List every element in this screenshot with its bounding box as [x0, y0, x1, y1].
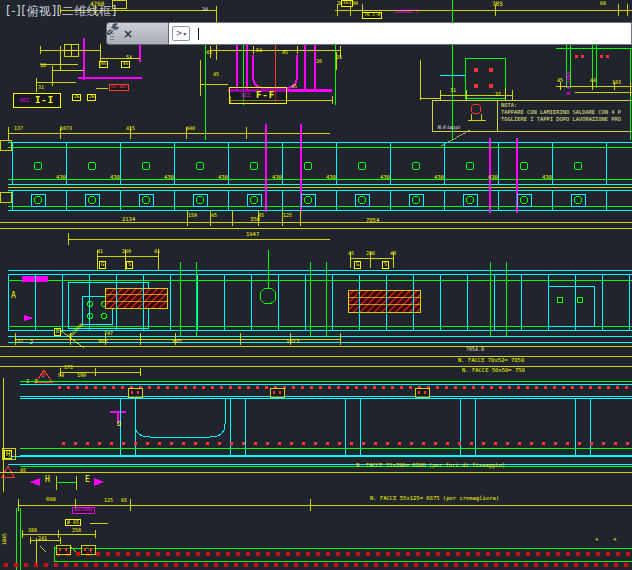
section-ii-detail [36, 38, 142, 92]
command-input[interactable]: > ▾ [169, 22, 632, 45]
chevron-down-icon: ▾ [183, 31, 186, 37]
recent-commands-button[interactable]: > ▾ [172, 26, 190, 41]
section-label-ff: SEZ. F-F [229, 87, 287, 104]
nota-line: TAPPARE CON LAMIERINO SALDARE CON 4 P [501, 109, 632, 116]
command-bar: × > ▾ [106, 22, 632, 45]
beam-view-1 [0, 124, 632, 245]
cad-window: 47603430907856816370.1-RL=4040.554184545… [0, 0, 632, 570]
drawing-canvas[interactable] [0, 0, 632, 570]
section-label-prefix: SEZ. [241, 93, 253, 98]
section-label-name: F-F [256, 91, 275, 100]
prompt-icon: > [176, 30, 183, 38]
command-bar-buttons: × [106, 22, 169, 45]
bottom-rack-detail [16, 499, 632, 570]
viewport-controls[interactable]: [-][俯视][二维线框] [6, 3, 117, 20]
close-icon[interactable]: × [117, 25, 139, 42]
nota-symbol-cell: N.4 tappi [433, 101, 498, 131]
customize-wrench-icon[interactable] [142, 25, 164, 42]
section-label-ii: SEZ. I-I [13, 93, 61, 108]
section-label-name: I-I [35, 96, 54, 105]
beam-view-2 [0, 250, 632, 366]
nota-box: N.4 tappi NOTA: TAPPARE CON LAMIERINO SA… [432, 100, 632, 132]
section-label-prefix: SEZ. [20, 98, 32, 103]
nota-tag: N.4 tappi [437, 125, 460, 130]
nota-line: TOGLIERE I TAPPI DOPO LAVORAZIONE PRO [501, 116, 632, 123]
text-caret [198, 28, 199, 40]
nota-title: NOTA: [501, 102, 632, 109]
nota-text: NOTA: TAPPARE CON LAMIERINO SALDARE CON … [498, 101, 632, 131]
